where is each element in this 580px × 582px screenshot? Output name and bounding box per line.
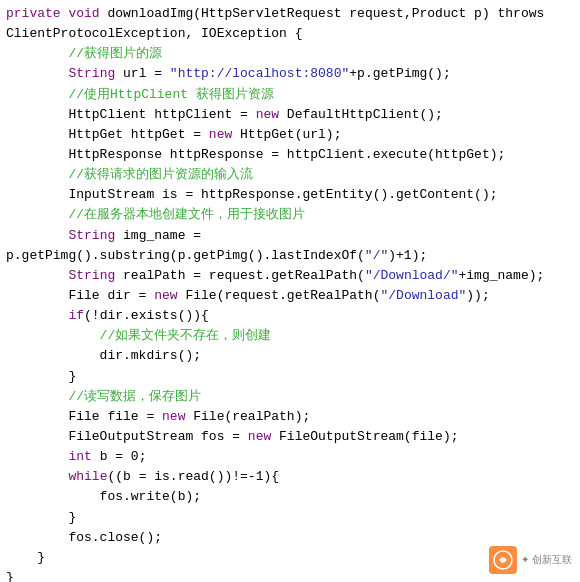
code-line: InputStream is = httpResponse.getEntity(… [6,185,574,205]
code-line: String realPath = request.getRealPath("/… [6,266,574,286]
code-line: //在服务器本地创建文件，用于接收图片 [6,205,574,225]
code-line: //获得图片的源 [6,44,574,64]
code-block: private void downloadImg(HttpServletRequ… [6,4,574,582]
code-line: HttpGet httpGet = new HttpGet(url); [6,125,574,145]
code-line: //读写数据，保存图片 [6,387,574,407]
code-line: p.getPimg().substring(p.getPimg().lastIn… [6,246,574,266]
code-line: fos.write(b); [6,487,574,507]
code-line: HttpResponse httpResponse = httpClient.e… [6,145,574,165]
watermark: ✦ 创新互联 [489,546,572,574]
code-line: fos.close(); [6,528,574,548]
watermark-logo [489,546,517,574]
code-container: private void downloadImg(HttpServletRequ… [0,0,580,582]
code-line: String url = "http://localhost:8080"+p.g… [6,64,574,84]
code-line: FileOutputStream fos = new FileOutputStr… [6,427,574,447]
code-line: } [6,508,574,528]
code-line: } [6,367,574,387]
code-line: if(!dir.exists()){ [6,306,574,326]
code-line: String img_name = [6,226,574,246]
code-line: int b = 0; [6,447,574,467]
code-line: //如果文件夹不存在，则创建 [6,326,574,346]
code-line: File file = new File(realPath); [6,407,574,427]
watermark-text: ✦ 创新互联 [521,552,572,568]
code-line: //使用HttpClient 获得图片资源 [6,85,574,105]
code-line: File dir = new File(request.getRealPath(… [6,286,574,306]
code-line: dir.mkdirs(); [6,346,574,366]
code-line: ClientProtocolException, IOException { [6,24,574,44]
code-line: //获得请求的图片资源的输入流 [6,165,574,185]
code-line: while((b = is.read())!=-1){ [6,467,574,487]
code-line: private void downloadImg(HttpServletRequ… [6,4,574,24]
code-line: HttpClient httpClient = new DefaultHttpC… [6,105,574,125]
